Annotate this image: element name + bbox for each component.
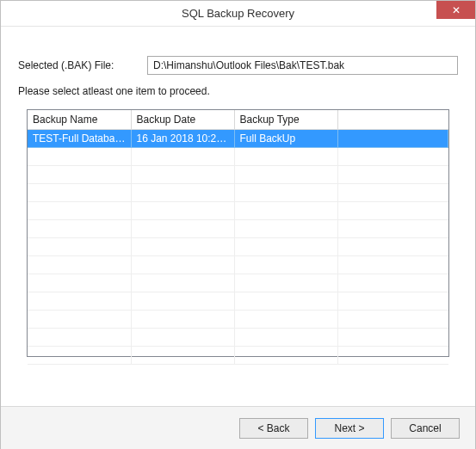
titlebar: SQL Backup Recovery ✕ [1,1,475,27]
table-row-empty: . [28,274,448,292]
cell-backup-type: Full BackUp [234,130,337,148]
col-header-type[interactable]: Backup Type [234,110,337,130]
backup-grid: Backup Name Backup Date Backup Type TEST… [27,109,449,357]
table-row-empty: . [28,184,448,202]
table-row-empty: . [28,238,448,256]
cell-backup-name: TEST-Full Database ... [28,130,131,148]
file-path-input[interactable] [147,56,458,75]
close-icon: ✕ [452,4,461,16]
table-row-empty: . [28,347,448,365]
table-header-row: Backup Name Backup Date Backup Type [28,110,448,130]
col-header-name[interactable]: Backup Name [28,110,131,130]
file-row: Selected (.BAK) File: [18,56,458,75]
table-row-empty: . [28,292,448,311]
col-header-date[interactable]: Backup Date [131,110,234,130]
instruction-text: Please select atleast one item to procee… [18,85,458,97]
cell-spacer [337,130,448,148]
back-button[interactable]: < Back [239,418,308,439]
content-area: Selected (.BAK) File: Please select atle… [1,27,475,357]
file-label: Selected (.BAK) File: [18,59,139,71]
table-row-empty: . [28,148,448,166]
table-row-empty: . [28,166,448,184]
table-row-empty: . [28,329,448,347]
table-row-empty: . [28,220,448,238]
table-row[interactable]: TEST-Full Database ... 16 Jan 2018 10:29… [28,130,448,148]
backup-table: Backup Name Backup Date Backup Type TEST… [28,110,448,365]
next-button[interactable]: Next > [315,418,384,439]
table-row-empty: . [28,311,448,329]
window-title: SQL Backup Recovery [1,7,475,20]
col-header-spacer [337,110,448,130]
cell-backup-date: 16 Jan 2018 10:29:... [131,130,234,148]
table-row-empty: . [28,202,448,220]
table-row-empty: . [28,256,448,274]
cancel-button[interactable]: Cancel [391,418,460,439]
footer: < Back Next > Cancel [1,406,475,449]
close-button[interactable]: ✕ [436,1,475,19]
